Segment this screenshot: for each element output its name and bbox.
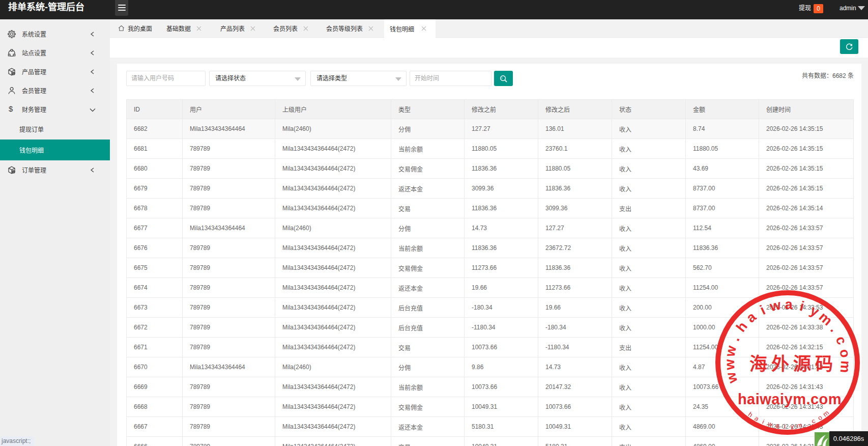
svg-text:i: i — [758, 302, 768, 318]
svg-text:i: i — [784, 423, 786, 430]
svg-text:m: m — [837, 360, 854, 373]
svg-text:a: a — [743, 309, 759, 325]
svg-text:a: a — [775, 422, 780, 430]
svg-text:w: w — [768, 297, 783, 315]
svg-text:.: . — [727, 333, 742, 343]
svg-text:.: . — [827, 323, 842, 335]
svg-text:c: c — [811, 416, 817, 425]
svg-text:y: y — [790, 422, 794, 430]
svg-text:a: a — [785, 297, 793, 312]
svg-text:h: h — [733, 319, 750, 334]
svg-text:w: w — [722, 344, 739, 358]
svg-text:c: c — [833, 334, 850, 347]
svg-text:.: . — [804, 420, 808, 427]
svg-text:o: o — [836, 348, 853, 358]
svg-text:海外源码: 海外源码 — [749, 354, 837, 374]
svg-text:i: i — [798, 298, 806, 314]
svg-text:w: w — [767, 420, 774, 428]
svg-text:w: w — [722, 358, 738, 371]
svg-text:w: w — [723, 370, 741, 385]
svg-text:o: o — [817, 413, 824, 422]
svg-text:m: m — [796, 421, 802, 430]
svg-text:haiwaiym.com: haiwaiym.com — [738, 391, 842, 407]
svg-text:i: i — [761, 418, 765, 426]
